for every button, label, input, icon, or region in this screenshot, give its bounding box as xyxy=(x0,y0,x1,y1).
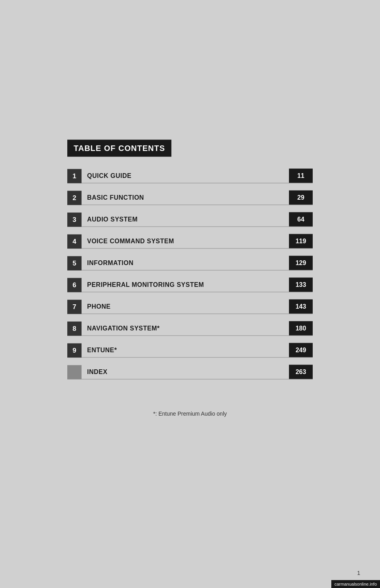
page-content: TABLE OF CONTENTS 1 QUICK GUIDE 11 2 BAS… xyxy=(67,140,313,417)
entry-label: VOICE COMMAND SYSTEM xyxy=(82,238,289,245)
entry-content: PHONE 143 xyxy=(82,300,313,314)
toc-entries: 1 QUICK GUIDE 11 2 BASIC FUNCTION 29 3 A… xyxy=(67,169,313,387)
entry-number: 2 xyxy=(67,191,82,205)
entry-number: 9 xyxy=(67,343,82,357)
entry-label: BASIC FUNCTION xyxy=(82,194,289,201)
watermark: carmanualsonline.info xyxy=(331,580,380,588)
toc-entry[interactable]: 3 AUDIO SYSTEM 64 xyxy=(67,212,313,227)
entry-page: 119 xyxy=(289,234,313,248)
entry-number: 5 xyxy=(67,256,82,270)
entry-page: 249 xyxy=(289,343,313,357)
entry-page: 129 xyxy=(289,256,313,270)
toc-entry[interactable]: 8 NAVIGATION SYSTEM* 180 xyxy=(67,321,313,336)
entry-label: INDEX xyxy=(82,368,289,376)
entry-number: 4 xyxy=(67,234,82,248)
entry-label: ENTUNE* xyxy=(82,347,289,354)
entry-label: AUDIO SYSTEM xyxy=(82,216,289,223)
entry-number: 1 xyxy=(67,169,82,183)
entry-page: 133 xyxy=(289,278,313,292)
entry-label: QUICK GUIDE xyxy=(82,172,289,179)
entry-content: QUICK GUIDE 11 xyxy=(82,169,313,183)
entry-label: PHONE xyxy=(82,303,289,310)
entry-page: 180 xyxy=(289,321,313,336)
entry-number xyxy=(67,365,82,379)
entry-content: INDEX 263 xyxy=(82,365,313,380)
page-number: 1 xyxy=(357,570,360,576)
toc-entry[interactable]: 6 PERIPHERAL MONITORING SYSTEM 133 xyxy=(67,278,313,292)
entry-page: 64 xyxy=(289,212,313,227)
toc-entry[interactable]: 4 VOICE COMMAND SYSTEM 119 xyxy=(67,234,313,249)
toc-header: TABLE OF CONTENTS xyxy=(67,140,171,157)
toc-entry[interactable]: INDEX 263 xyxy=(67,365,313,380)
entry-content: INFORMATION 129 xyxy=(82,256,313,271)
entry-label: NAVIGATION SYSTEM* xyxy=(82,325,289,332)
entry-number: 6 xyxy=(67,278,82,292)
entry-content: PERIPHERAL MONITORING SYSTEM 133 xyxy=(82,278,313,292)
toc-entry[interactable]: 2 BASIC FUNCTION 29 xyxy=(67,191,313,205)
entry-content: BASIC FUNCTION 29 xyxy=(82,191,313,205)
entry-content: NAVIGATION SYSTEM* 180 xyxy=(82,321,313,336)
entry-number: 8 xyxy=(67,321,82,336)
toc-entry[interactable]: 9 ENTUNE* 249 xyxy=(67,343,313,358)
entry-content: AUDIO SYSTEM 64 xyxy=(82,212,313,227)
entry-number: 3 xyxy=(67,212,82,227)
entry-number: 7 xyxy=(67,300,82,314)
toc-entry[interactable]: 7 PHONE 143 xyxy=(67,300,313,314)
entry-page: 29 xyxy=(289,191,313,205)
entry-content: ENTUNE* 249 xyxy=(82,343,313,358)
entry-page: 143 xyxy=(289,300,313,314)
toc-title: TABLE OF CONTENTS xyxy=(74,144,165,153)
entry-label: INFORMATION xyxy=(82,260,289,267)
entry-content: VOICE COMMAND SYSTEM 119 xyxy=(82,234,313,249)
entry-page: 11 xyxy=(289,169,313,183)
toc-entry[interactable]: 5 INFORMATION 129 xyxy=(67,256,313,271)
entry-label: PERIPHERAL MONITORING SYSTEM xyxy=(82,281,289,288)
entry-page: 263 xyxy=(289,365,313,379)
toc-entry[interactable]: 1 QUICK GUIDE 11 xyxy=(67,169,313,183)
footnote: *: Entune Premium Audio only xyxy=(67,410,313,417)
